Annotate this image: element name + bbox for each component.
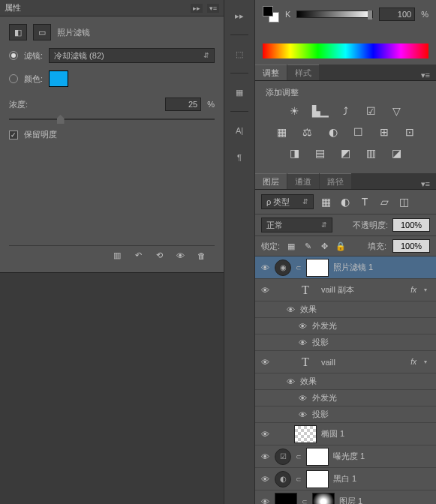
slider-thumb[interactable] [57, 115, 65, 124]
filter-radio[interactable] [9, 51, 18, 60]
text-thumb[interactable]: T [294, 353, 317, 371]
layer-effect-item[interactable]: 👁 外发光 [255, 390, 436, 406]
tab-styles[interactable]: 样式 [287, 64, 319, 80]
eye-icon[interactable]: 👁 [297, 393, 308, 404]
filter-dropdown[interactable]: 冷却滤镜 (82) ⇵ [49, 48, 215, 63]
layer-effects-row[interactable]: 👁 效果 [255, 374, 436, 390]
filter-pixel-icon[interactable]: ▦ [318, 195, 333, 208]
fill-input[interactable]: 100% [392, 239, 430, 253]
eye-icon[interactable]: 👁 [260, 452, 270, 462]
eye-icon[interactable]: 👁 [260, 496, 270, 505]
visibility-icon[interactable]: 👁 [174, 250, 186, 262]
filter-smart-icon[interactable]: ◫ [396, 195, 411, 208]
panel-toggle-icon[interactable]: ▸▸ [231, 8, 248, 24]
curves-icon[interactable]: ⤴ [338, 104, 353, 118]
hue-icon[interactable]: ▦ [275, 125, 290, 139]
balance-icon[interactable]: ⚖ [300, 125, 315, 139]
exposure-icon[interactable]: ☑ [364, 104, 379, 118]
swatches-icon[interactable]: ▦ [231, 84, 248, 100]
color-swatch[interactable] [49, 70, 68, 87]
eye-icon[interactable]: 👁 [260, 262, 270, 273]
pixel-thumb[interactable] [275, 493, 297, 505]
fx-toggle-icon[interactable]: ▾ [424, 358, 431, 365]
mask-thumb[interactable] [306, 259, 329, 277]
opacity-input[interactable]: 100% [392, 218, 430, 232]
layer-row[interactable]: 👁 ◉ ⊂ 照片滤镜 1 [255, 256, 436, 279]
filter-text-icon[interactable]: T [357, 195, 372, 208]
mixer-icon[interactable]: ⊞ [377, 125, 392, 139]
adj-thumb[interactable]: ◉ [275, 260, 291, 276]
layer-row[interactable]: 👁 T vaill 副本 fx ▾ [255, 279, 436, 302]
eye-icon[interactable]: 👁 [297, 338, 308, 348]
filter-kind-dropdown[interactable]: ρ 类型⇵ [261, 194, 314, 209]
mask-thumb[interactable] [306, 448, 329, 466]
posterize-icon[interactable]: ▤ [313, 146, 328, 160]
menu-icon[interactable]: ▾≡ [207, 4, 219, 13]
layer-effect-item[interactable]: 👁 投影 [255, 334, 436, 351]
adj-thumb[interactable]: ☑ [275, 448, 291, 465]
gradient-icon[interactable]: ▥ [364, 146, 379, 160]
trash-icon[interactable]: 🗑 [195, 250, 207, 262]
density-slider[interactable] [9, 118, 215, 120]
layer-row[interactable]: 👁 ☑ ⊂ 曝光度 1 [255, 446, 436, 468]
tab-paths[interactable]: 路径 [320, 173, 351, 189]
layers-menu-icon[interactable]: ▾≡ [415, 179, 436, 189]
layer-row[interactable]: 👁 椭圆 1 [255, 423, 436, 446]
tab-adjustments[interactable]: 调整 [255, 64, 287, 80]
bw-icon[interactable]: ◐ [326, 125, 341, 139]
blend-mode-dropdown[interactable]: 正常⇵ [261, 218, 332, 232]
color-radio[interactable] [9, 74, 18, 83]
cube-icon[interactable]: ⬚ [231, 46, 248, 62]
eye-icon[interactable]: 👁 [285, 304, 296, 315]
vibrance-icon[interactable]: ▽ [389, 104, 404, 118]
levels-icon[interactable]: ▙▁ [313, 104, 328, 118]
threshold-icon[interactable]: ◩ [338, 146, 353, 160]
density-input[interactable]: 25 [165, 98, 201, 111]
paragraph-icon[interactable]: ¶ [231, 149, 248, 166]
preserve-luminosity-checkbox[interactable] [9, 130, 18, 140]
lock-position-icon[interactable]: ✥ [319, 241, 329, 251]
tab-channels[interactable]: 通道 [287, 173, 319, 189]
reset-icon[interactable]: ⟲ [153, 250, 165, 262]
eye-icon[interactable]: 👁 [285, 376, 296, 387]
eye-icon[interactable]: 👁 [260, 285, 270, 296]
k-slider[interactable] [296, 10, 373, 18]
filter-shape-icon[interactable]: ▱ [377, 195, 392, 208]
invert-icon[interactable]: ◨ [287, 146, 302, 160]
photo-filter-icon[interactable]: ☐ [351, 125, 366, 139]
brightness-icon[interactable]: ☀ [287, 104, 302, 118]
collapse-icon[interactable]: ▸▸ [191, 4, 203, 13]
shape-thumb[interactable] [294, 425, 317, 443]
lock-all-icon[interactable]: 🔒 [335, 241, 346, 251]
lookup-icon[interactable]: ⊡ [402, 125, 417, 139]
text-thumb[interactable]: T [294, 281, 317, 299]
fx-badge[interactable]: fx [410, 286, 419, 294]
lock-pixels-icon[interactable]: ✎ [302, 241, 313, 251]
eye-icon[interactable]: 👁 [297, 410, 308, 420]
layer-effect-item[interactable]: 👁 投影 [255, 406, 436, 423]
color-spectrum[interactable] [263, 44, 428, 58]
mask-thumb[interactable] [312, 493, 335, 505]
layer-row[interactable]: 👁 T vaill fx ▾ [255, 351, 436, 374]
character-icon[interactable]: A| [231, 122, 248, 139]
panel-menu-icon[interactable]: ▾≡ [415, 70, 436, 80]
layer-row[interactable]: 👁 ◐ ⊂ 黑白 1 [255, 468, 436, 490]
k-value[interactable]: 100 [379, 8, 415, 21]
layer-row[interactable]: 👁 ⊂ 图层 1 [255, 490, 436, 504]
eye-icon[interactable]: 👁 [297, 321, 308, 332]
fx-toggle-icon[interactable]: ▾ [424, 286, 431, 293]
eye-icon[interactable]: 👁 [260, 429, 270, 440]
fx-badge[interactable]: fx [410, 358, 419, 366]
eye-icon[interactable]: 👁 [260, 357, 270, 368]
selective-icon[interactable]: ◪ [389, 146, 404, 160]
fg-bg-swatch[interactable] [263, 6, 279, 22]
prev-state-icon[interactable]: ↶ [132, 250, 144, 262]
mask-thumb[interactable] [306, 470, 329, 488]
adj-thumb[interactable]: ◐ [275, 471, 291, 488]
eye-icon[interactable]: 👁 [260, 474, 270, 484]
tab-layers[interactable]: 图层 [255, 173, 287, 189]
layer-effect-item[interactable]: 👁 外发光 [255, 318, 436, 334]
clip-icon[interactable]: ▥ [111, 250, 123, 262]
layer-effects-row[interactable]: 👁 效果 [255, 302, 436, 318]
filter-adj-icon[interactable]: ◐ [338, 195, 353, 208]
